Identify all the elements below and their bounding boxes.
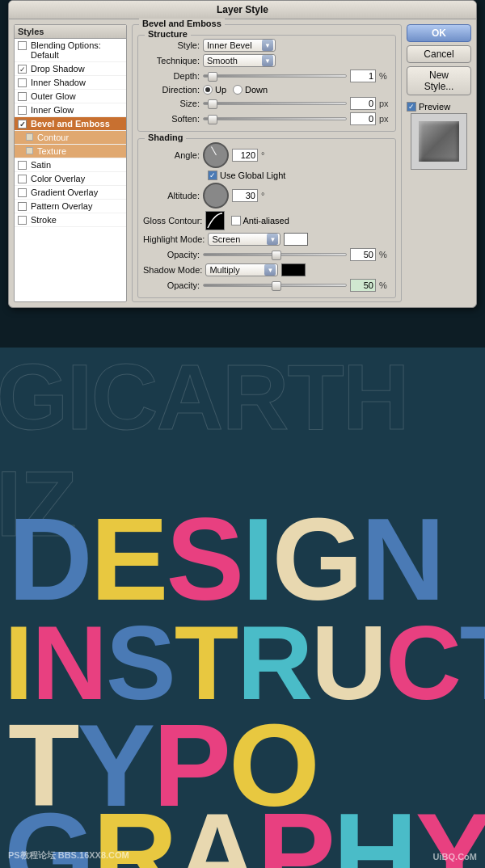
letter-U: U: [311, 604, 386, 722]
size-value-input[interactable]: [350, 97, 376, 110]
shadow-opacity-thumb[interactable]: [272, 281, 281, 291]
highlight-opacity-track[interactable]: [203, 253, 347, 256]
highlight-mode-arrow: ▼: [267, 234, 278, 245]
letter-C: C: [386, 604, 460, 722]
highlight-opacity-unit: %: [379, 250, 390, 259]
highlight-opacity-slider-container: [203, 253, 347, 256]
direction-up-radio[interactable]: [203, 85, 213, 95]
style-pattern-overlay[interactable]: Pattern Overlay: [15, 200, 126, 213]
shadow-mode-row: Shadow Mode: Multiply ▼: [143, 263, 390, 276]
technique-dropdown[interactable]: Smooth ▼: [203, 54, 276, 67]
ok-button[interactable]: OK: [407, 24, 471, 42]
angle-value-input[interactable]: [232, 149, 258, 162]
preview-box: [411, 113, 467, 170]
checkbox-stroke: [18, 216, 27, 225]
style-drop-shadow-label: Drop Shadow: [31, 64, 85, 74]
checkbox-inner-shadow: [18, 78, 27, 87]
dialog-title: Layer Style: [217, 4, 268, 15]
preview-label-row: Preview: [407, 102, 450, 112]
highlight-mode-dropdown[interactable]: Screen ▼: [208, 233, 280, 246]
shadow-mode-field-label: Shadow Mode:: [143, 265, 202, 275]
bg-text-design: DESIGN: [8, 501, 443, 618]
shading-title: Shading: [145, 133, 186, 142]
altitude-dial[interactable]: [203, 183, 229, 209]
style-gradient-overlay[interactable]: Gradient Overlay: [15, 186, 126, 200]
letter-A: A: [175, 789, 258, 868]
styles-panel: Styles Blending Options: Default Drop Sh…: [14, 24, 127, 302]
angle-unit: °: [261, 150, 272, 160]
size-slider-track[interactable]: [203, 102, 347, 105]
highlight-mode-value: Screen: [212, 234, 240, 244]
highlight-opacity-input[interactable]: [350, 248, 376, 261]
altitude-field-label: Altitude:: [143, 191, 200, 200]
depth-slider-thumb[interactable]: [208, 72, 217, 82]
angle-dial[interactable]: [203, 142, 229, 168]
direction-up-item[interactable]: Up: [203, 85, 226, 95]
style-stroke[interactable]: Stroke: [15, 213, 126, 227]
altitude-value-input[interactable]: [232, 189, 258, 202]
checkbox-drop-shadow: [18, 65, 27, 74]
style-bevel-emboss[interactable]: Bevel and Emboss: [15, 117, 126, 131]
new-style-button[interactable]: New Style...: [407, 66, 471, 95]
style-contour[interactable]: Contour: [15, 131, 126, 145]
depth-value-input[interactable]: [350, 70, 376, 82]
style-texture-label: Texture: [37, 146, 66, 156]
direction-down-radio[interactable]: [233, 85, 242, 95]
style-inner-shadow[interactable]: Inner Shadow: [15, 76, 126, 90]
soften-unit: px: [379, 114, 390, 124]
checkbox-outer-glow: [18, 92, 27, 101]
shadow-mode-dropdown[interactable]: Multiply ▼: [205, 263, 278, 276]
shadow-mode-arrow: ▼: [264, 264, 276, 276]
dialog-titlebar: Layer Style: [9, 1, 476, 19]
technique-dropdown-value: Smooth: [207, 56, 238, 65]
soften-slider-thumb[interactable]: [208, 115, 217, 124]
checkbox-gradient-overlay: [18, 188, 27, 197]
right-panel: OK Cancel New Style... Preview: [407, 24, 471, 302]
size-slider-thumb[interactable]: [208, 99, 217, 109]
shadow-opacity-input[interactable]: [350, 279, 376, 292]
highlight-mode-row: Highlight Mode: Screen ▼: [143, 233, 390, 246]
anti-aliased-checkbox[interactable]: [231, 216, 241, 225]
footer-right-text: UiBQ.CoM: [433, 852, 477, 862]
style-stroke-label: Stroke: [31, 215, 57, 225]
preview-checkbox[interactable]: [407, 102, 416, 112]
shadow-opacity-track[interactable]: [203, 284, 347, 287]
style-blending-label: Blending Options: Default: [31, 40, 101, 60]
soften-slider-container: [203, 117, 347, 120]
highlight-color-swatch[interactable]: [284, 233, 308, 246]
style-satin[interactable]: Satin: [15, 158, 126, 172]
gloss-contour-thumb[interactable]: [205, 211, 225, 230]
technique-dropdown-arrow: ▼: [262, 55, 273, 66]
cancel-button[interactable]: Cancel: [407, 45, 471, 63]
soften-row: Soften: px: [143, 112, 390, 125]
shadow-color-swatch[interactable]: [281, 263, 306, 276]
angle-dial-indicator: [211, 146, 217, 155]
styles-panel-header: Styles: [15, 25, 126, 39]
soften-value-input[interactable]: [350, 112, 376, 125]
style-texture[interactable]: Texture: [15, 145, 126, 158]
technique-row: Technique: Smooth ▼: [143, 54, 390, 67]
depth-slider-track[interactable]: [203, 74, 347, 78]
global-light-checkbox-item[interactable]: Use Global Light: [208, 171, 285, 180]
structure-section: Structure Style: Inner Bevel ▼ Technique…: [137, 35, 396, 132]
global-light-label: Use Global Light: [220, 171, 285, 180]
style-pattern-overlay-label: Pattern Overlay: [31, 201, 92, 211]
direction-down-item[interactable]: Down: [233, 85, 268, 95]
highlight-opacity-thumb[interactable]: [272, 251, 281, 260]
checkbox-contour: [26, 133, 33, 141]
direction-up-label: Up: [215, 85, 226, 95]
soften-slider-track[interactable]: [203, 117, 347, 120]
angle-field-label: Angle:: [143, 150, 200, 160]
direction-down-label: Down: [245, 85, 268, 95]
global-light-checkbox[interactable]: [208, 171, 217, 180]
style-color-overlay[interactable]: Color Overlay: [15, 172, 126, 186]
style-outer-glow[interactable]: Outer Glow: [15, 90, 126, 103]
style-drop-shadow[interactable]: Drop Shadow: [15, 62, 126, 76]
style-dropdown[interactable]: Inner Bevel ▼: [203, 39, 276, 52]
style-gradient-overlay-label: Gradient Overlay: [31, 188, 98, 197]
style-blending-options[interactable]: Blending Options: Default: [15, 39, 126, 62]
style-inner-glow[interactable]: Inner Glow: [15, 103, 126, 117]
style-row: Style: Inner Bevel ▼: [143, 39, 390, 52]
preview-label: Preview: [419, 102, 450, 112]
direction-row: Direction: Up Down: [143, 85, 390, 95]
